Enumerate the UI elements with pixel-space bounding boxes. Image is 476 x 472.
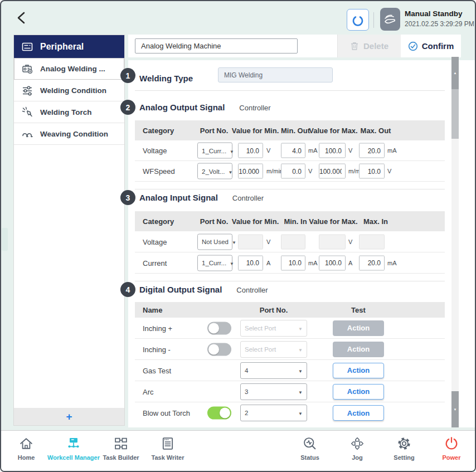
section-subtitle: Controller xyxy=(236,286,268,294)
auto-mode-button[interactable] xyxy=(347,9,369,31)
analog-output-row-voltage: Voltage 1_Curr... V mA V mA xyxy=(135,140,445,161)
max-in-input xyxy=(359,234,385,249)
sidebar-item-label: Welding Condition xyxy=(40,86,106,95)
max-out-input[interactable] xyxy=(359,164,385,179)
sliders-icon xyxy=(21,84,33,96)
col-value-for-max: Value for Max. xyxy=(309,126,357,135)
welding-machine-icon xyxy=(21,62,33,75)
action-button[interactable]: Action xyxy=(333,363,384,378)
category-label: Voltage xyxy=(143,237,167,246)
inching-minus-toggle[interactable] xyxy=(207,343,231,356)
machine-name-input[interactable] xyxy=(135,38,298,53)
value-for-max-input xyxy=(319,234,346,249)
step-badge-1: 1 xyxy=(120,68,135,83)
unit-label: mA xyxy=(387,260,397,266)
min-out-input[interactable] xyxy=(281,164,305,179)
scrollbar[interactable] xyxy=(451,57,459,427)
col-value-for-min: Value for Min. xyxy=(232,126,279,135)
delete-label: Delete xyxy=(363,41,388,51)
section-divider xyxy=(135,281,445,281)
col-value-for-max: Value for Max. xyxy=(309,217,357,226)
port-dropdown[interactable]: 1_Curr... xyxy=(197,255,232,271)
port-value: 2 xyxy=(245,410,248,416)
chevron-down-icon xyxy=(295,410,303,416)
app-screen: Manual Standby 2021.02.25 3:29:29 PM Per… xyxy=(0,0,476,472)
nav-label: Task Builder xyxy=(103,454,139,461)
edge-drawer-handle[interactable] xyxy=(2,228,8,251)
port-dropdown[interactable]: 2 xyxy=(240,405,307,421)
value-for-min-input[interactable] xyxy=(238,143,263,158)
unit-label: V xyxy=(266,147,270,154)
task-builder-icon xyxy=(113,436,129,451)
weave-icon xyxy=(21,128,33,140)
analog-input-table-header: Category Port No. Value for Min. Min. In… xyxy=(135,211,445,231)
action-button[interactable]: Action xyxy=(333,405,384,421)
chevron-down-icon xyxy=(225,168,233,174)
digital-row-inching-minus: Inching - Select Port Action xyxy=(135,339,445,360)
home-icon xyxy=(18,436,34,451)
value-for-max-input[interactable] xyxy=(319,143,346,158)
port-dropdown[interactable]: 1_Curr... xyxy=(197,143,232,159)
sidebar-item-welding-torch[interactable]: Welding Torch xyxy=(14,101,124,123)
sidebar-item-analog-welding[interactable]: Analog Welding ... xyxy=(14,58,124,80)
nav-item-task-writer[interactable]: Task Writer xyxy=(137,436,198,461)
content-panel: Welding Type Analog Output Signal Contro… xyxy=(128,60,476,427)
status-title: Manual Standby xyxy=(405,9,474,18)
confirm-button[interactable]: Confirm xyxy=(401,35,461,57)
add-peripheral-button[interactable]: + xyxy=(14,408,124,425)
sidebar-item-welding-condition[interactable]: Welding Condition xyxy=(14,80,124,101)
trash-icon xyxy=(350,41,359,51)
value-for-min-input[interactable] xyxy=(238,164,263,179)
port-dropdown[interactable]: Not Used xyxy=(197,233,232,250)
chevron-down-icon xyxy=(226,260,234,266)
sidebar-item-label: Analog Welding ... xyxy=(40,65,105,73)
inching-plus-toggle[interactable] xyxy=(207,322,231,334)
blow-out-torch-toggle[interactable] xyxy=(207,407,231,420)
chevron-down-icon xyxy=(295,346,303,353)
manual-hand-icon xyxy=(383,12,397,27)
port-dropdown[interactable]: 3 xyxy=(240,383,307,400)
scrollbar-thumb[interactable] xyxy=(451,89,459,139)
value-for-max-input[interactable] xyxy=(319,255,346,270)
min-in-input[interactable] xyxy=(281,255,305,270)
chevron-left-icon xyxy=(14,10,30,26)
chevron-down-icon xyxy=(229,239,236,245)
port-dropdown[interactable]: 2_Volt... xyxy=(197,163,232,179)
chevron-down-icon xyxy=(295,325,303,332)
min-out-input[interactable] xyxy=(281,143,305,158)
chevron-down-icon xyxy=(295,367,303,374)
col-test: Test xyxy=(351,306,366,314)
step-badge-4: 4 xyxy=(120,282,135,297)
unit-label: mA xyxy=(308,260,318,266)
manual-mode-indicator[interactable] xyxy=(380,8,400,31)
signal-name-label: Gas Test xyxy=(143,366,171,374)
value-for-min-input xyxy=(238,234,263,249)
sidebar-header-peripheral: Peripheral xyxy=(14,35,124,58)
value-for-min-input[interactable] xyxy=(238,255,263,270)
sidebar: Peripheral Analog Welding ... xyxy=(13,35,125,426)
port-value: 4 xyxy=(245,367,248,374)
nav-label: Task Writer xyxy=(152,454,184,461)
unit-label: mA xyxy=(387,147,397,154)
back-button[interactable] xyxy=(14,10,30,26)
analog-output-heading: Analog Output Signal Controller xyxy=(139,103,271,112)
category-label: Voltage xyxy=(143,147,167,155)
sidebar-item-weaving-condition[interactable]: Weaving Condition xyxy=(14,123,124,145)
col-max-in: Max. In xyxy=(363,217,388,226)
delete-button[interactable]: Delete xyxy=(337,35,401,57)
port-dropdown[interactable]: 4 xyxy=(240,362,307,379)
nav-item-power[interactable]: Power xyxy=(421,436,476,461)
col-port-no: Port No. xyxy=(260,306,288,314)
max-out-input[interactable] xyxy=(359,143,385,158)
toggle-knob xyxy=(208,323,219,333)
value-for-max-input[interactable] xyxy=(319,164,346,179)
scroll-up-button[interactable] xyxy=(451,57,459,89)
chevron-down-icon xyxy=(226,147,234,154)
nav-label: Setting xyxy=(394,454,414,461)
scroll-down-button[interactable] xyxy=(451,391,459,427)
topbar-divider xyxy=(373,12,374,28)
action-button[interactable]: Action xyxy=(333,384,384,400)
max-in-input[interactable] xyxy=(359,255,385,270)
port-value: 3 xyxy=(245,388,248,395)
section-title: Analog Output Signal xyxy=(139,103,225,112)
